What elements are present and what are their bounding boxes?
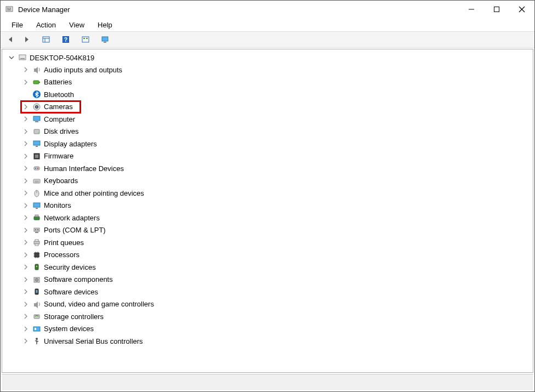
chevron-right-icon[interactable]: [22, 202, 30, 209]
menubar: File Action View Help: [1, 18, 534, 31]
computer-root-icon: [18, 53, 27, 63]
device-tree: DESKTOP-504K819 Audio inputs and outputs…: [2, 49, 533, 350]
swcomp-icon: [32, 275, 42, 285]
svg-rect-14: [83, 38, 85, 39]
chevron-right-icon[interactable]: [22, 214, 30, 221]
monitor-icon: [32, 201, 42, 211]
svg-rect-18: [19, 55, 26, 60]
tree-item[interactable]: Security devices: [20, 261, 533, 274]
tree-item[interactable]: Display adapters: [20, 138, 533, 150]
tree-item[interactable]: Software devices: [20, 286, 533, 298]
chevron-right-icon[interactable]: [22, 115, 30, 123]
network-icon: [32, 213, 42, 223]
chevron-right-icon[interactable]: [22, 152, 30, 160]
back-button[interactable]: [4, 33, 18, 46]
tree-root-row[interactable]: DESKTOP-504K819: [8, 52, 533, 64]
svg-rect-15: [86, 38, 88, 39]
tree-item[interactable]: Disk drives: [20, 126, 533, 138]
toolbar: ?: [1, 31, 534, 48]
tree-item[interactable]: Network adapters: [20, 212, 533, 224]
menu-view[interactable]: View: [64, 20, 90, 30]
svg-rect-2: [9, 8, 11, 9]
tree-item[interactable]: Audio inputs and outputs: [20, 64, 533, 76]
tree-item[interactable]: Processors: [20, 249, 533, 262]
tree-item-label: Bluetooth: [44, 90, 74, 99]
maximize-button[interactable]: [484, 1, 509, 18]
chevron-right-icon[interactable]: [22, 288, 30, 296]
bluetooth-icon: [32, 89, 42, 99]
tree-item[interactable]: Print queues: [20, 236, 533, 249]
help-button[interactable]: ?: [59, 33, 73, 46]
mouse-icon: [32, 188, 42, 198]
tree-item-label: Processors: [44, 251, 79, 259]
chevron-right-icon[interactable]: [22, 238, 30, 246]
chevron-right-icon[interactable]: [22, 128, 30, 135]
close-button[interactable]: [509, 1, 534, 18]
svg-rect-0: [6, 7, 13, 12]
tree-item-label: Computer: [44, 115, 75, 123]
tree-item-label: Firmware: [44, 152, 73, 160]
tree-item[interactable]: Mice and other pointing devices: [20, 187, 533, 200]
chevron-right-icon[interactable]: [22, 78, 30, 86]
menu-help[interactable]: Help: [92, 20, 118, 30]
tree-item-label: System devices: [44, 325, 94, 333]
tree-item[interactable]: Software components: [20, 274, 533, 286]
swdev-icon: [32, 287, 42, 297]
chevron-right-icon[interactable]: [22, 103, 30, 111]
scan-hardware-button[interactable]: [78, 33, 93, 46]
menu-action[interactable]: Action: [31, 20, 61, 30]
tree-item-label: Monitors: [44, 201, 71, 209]
tree-item[interactable]: Sound, video and game controllers: [20, 298, 533, 311]
forward-button[interactable]: [19, 33, 33, 46]
chevron-right-icon[interactable]: [22, 164, 30, 172]
chevron-right-icon[interactable]: [22, 263, 30, 271]
tree-item[interactable]: Computer: [20, 113, 533, 126]
tree-item[interactable]: Ports (COM & LPT): [20, 224, 533, 237]
show-hide-tree-button[interactable]: [39, 33, 53, 46]
tree-item-label: Mice and other pointing devices: [44, 189, 144, 197]
tree-item[interactable]: Batteries: [20, 76, 533, 89]
tree-item[interactable]: Human Interface Devices: [20, 162, 533, 175]
menu-file[interactable]: File: [6, 20, 29, 30]
chevron-down-icon[interactable]: [8, 54, 15, 61]
chevron-right-icon[interactable]: [22, 189, 30, 197]
display-icon: [32, 139, 42, 149]
tree-item[interactable]: Monitors: [20, 200, 533, 212]
tree-item[interactable]: Keyboards: [20, 175, 533, 188]
svg-rect-16: [102, 37, 108, 41]
chevron-right-icon[interactable]: [22, 177, 30, 185]
tree-item-label: Software devices: [44, 288, 98, 296]
tree-item[interactable]: Cameras: [20, 101, 533, 113]
sound-icon: [32, 299, 42, 309]
tree-item[interactable]: Universal Serial Bus controllers: [20, 335, 533, 348]
chevron-right-icon[interactable]: [22, 337, 30, 345]
chevron-right-icon[interactable]: [22, 66, 30, 73]
monitor-tool-button[interactable]: [98, 33, 112, 46]
chevron-right-icon[interactable]: [22, 313, 30, 320]
chevron-right-icon[interactable]: [22, 140, 30, 147]
tree-item[interactable]: Firmware: [20, 150, 533, 163]
svg-rect-1: [7, 8, 9, 9]
tree-item[interactable]: Bluetooth: [20, 88, 533, 101]
chevron-right-icon[interactable]: [22, 226, 30, 234]
tree-item[interactable]: System devices: [20, 323, 533, 336]
tree-item-label: Sound, video and game controllers: [44, 300, 154, 308]
chevron-right-icon[interactable]: [22, 276, 30, 283]
titlebar: Device Manager: [1, 1, 534, 18]
app-icon: [5, 5, 14, 14]
chevron-right-icon[interactable]: [22, 251, 30, 259]
tree-item-label: Network adapters: [44, 214, 100, 222]
tree-item[interactable]: Storage controllers: [20, 310, 533, 323]
minimize-button[interactable]: [459, 1, 484, 18]
svg-rect-17: [104, 42, 106, 43]
chevron-right-icon[interactable]: [22, 90, 30, 98]
processor-icon: [32, 250, 42, 260]
svg-text:?: ?: [64, 37, 67, 43]
tree-item-label: Software components: [44, 275, 113, 283]
camera-icon: [32, 102, 42, 112]
chevron-right-icon[interactable]: [22, 300, 30, 308]
storage-icon: [32, 311, 42, 321]
svg-rect-8: [43, 37, 49, 42]
highlight-box: Cameras: [20, 100, 81, 113]
chevron-right-icon[interactable]: [22, 325, 30, 333]
